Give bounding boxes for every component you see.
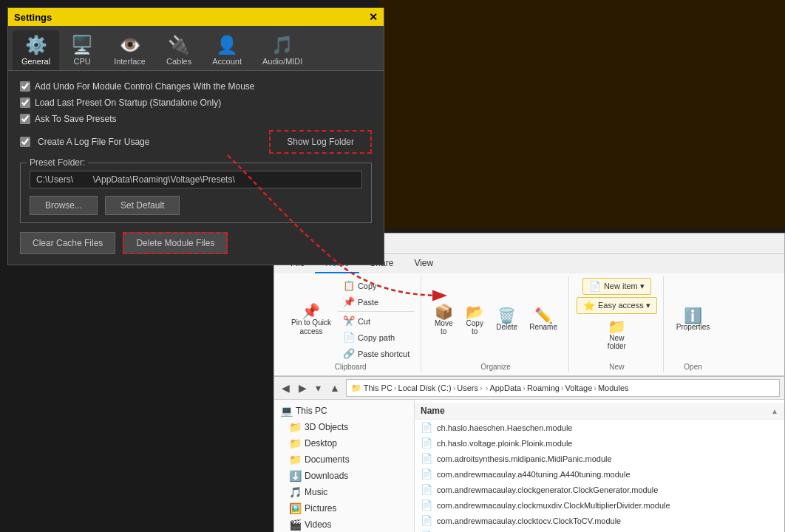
file-row[interactable]: 📄 ch.haslo.voltage.ploink.Ploink.module	[415, 435, 784, 451]
file-row[interactable]: 📄 com.andrewmacaulay.clocktocv.ClockToCV…	[415, 513, 784, 528]
tree-item-pictures[interactable]: 🖼️ Pictures	[274, 500, 414, 516]
thispc-icon: 💻	[280, 405, 293, 417]
file-row[interactable]: 📄 com.andrewmacaulay.configurator.Settin…	[415, 528, 784, 532]
paste-shortcut-button[interactable]: 🔗 Paste shortcut	[338, 346, 415, 361]
log-checkbox[interactable]	[20, 137, 30, 147]
easy-access-button[interactable]: ⭐ Easy access ▾	[577, 297, 657, 314]
properties-icon: ℹ️	[684, 308, 702, 323]
back-button[interactable]: ◀	[279, 381, 293, 395]
ribbon: File Home Share View 📌 Pin to Quickacces…	[274, 254, 784, 377]
settings-body: Add Undo For Module Control Changes With…	[8, 71, 384, 265]
ribbon-group-new: 📄 New item ▾ ⭐ Easy access ▾ 📁 Newfolder…	[571, 276, 664, 372]
pin-button[interactable]: 📌 Pin to Quickaccess	[286, 301, 336, 339]
cut-button[interactable]: ✂️ Cut	[338, 313, 415, 329]
tree-item-downloads[interactable]: ⬇️ Downloads	[274, 468, 414, 484]
copy-path-button[interactable]: 📄 Copy path	[338, 330, 415, 345]
file-row[interactable]: 📄 com.andrewmacaulay.clockmuxdiv.ClockMu…	[415, 497, 784, 513]
open-buttons: ℹ️ Properties	[671, 278, 716, 361]
up-button[interactable]: ▲	[327, 381, 343, 395]
new-item-button[interactable]: 📄 New item ▾	[582, 278, 651, 295]
tab-cpu[interactable]: 🖥️ CPU	[62, 30, 102, 70]
show-log-folder-button[interactable]: Show Log Folder	[278, 134, 363, 150]
organize-buttons: 📦 Moveto 📂 Copyto 🗑️ Delete ✏️ Rename	[429, 278, 563, 361]
new-buttons: 📄 New item ▾ ⭐ Easy access ▾ 📁 Newfolder	[577, 278, 657, 361]
dark-background	[378, 0, 785, 229]
new-folder-icon: 📁	[608, 319, 626, 334]
files-header: Name ▲	[415, 403, 784, 420]
file-icon: 📄	[421, 468, 432, 480]
settings-window: Settings ✕ ⚙️ General 🖥️ CPU 👁️ Interfac…	[7, 7, 384, 265]
address-path[interactable]: 📁 This PC › Local Disk (C:) › Users › › …	[346, 379, 780, 397]
tab-general[interactable]: ⚙️ General	[13, 30, 59, 70]
checkbox-save: Ask To Save Presets	[20, 114, 372, 124]
file-icon: 📄	[421, 437, 432, 449]
music-icon: 🎵	[289, 486, 302, 498]
paste-button[interactable]: 📌 Paste	[338, 294, 415, 310]
tree-item-documents[interactable]: 📁 Documents	[274, 451, 414, 468]
delete-button[interactable]: 🗑️ Delete	[491, 305, 523, 334]
files-panel: Name ▲ 📄 ch.haslo.haeschen.Haeschen.modu…	[415, 400, 784, 532]
undo-checkbox[interactable]	[20, 81, 30, 92]
clipboard-label: Clipboard	[335, 363, 367, 371]
bottom-buttons: Clear Cache Files Delete Module Files	[20, 232, 372, 254]
save-checkbox[interactable]	[20, 114, 30, 124]
tree-item-music[interactable]: 🎵 Music	[274, 484, 414, 500]
show-log-folder-box: Show Log Folder	[269, 130, 372, 154]
pictures-icon: 🖼️	[289, 502, 302, 514]
tree-item-videos[interactable]: 🎬 Videos	[274, 516, 414, 532]
preset-folder-group: Preset Folder: Browse... Set Default	[20, 163, 372, 223]
delete-module-button[interactable]: Delete Module Files	[123, 232, 228, 254]
close-icon[interactable]: ✕	[369, 11, 378, 23]
path-localdisk: Local Disk (C:)	[398, 383, 452, 392]
tree-item-desktop[interactable]: 📁 Desktop	[274, 435, 414, 451]
tab-interface[interactable]: 👁️ Interface	[105, 30, 154, 70]
checkbox-log-row: Create A Log File For Usage Show Log Fol…	[20, 130, 372, 154]
tree-item-thispc[interactable]: 💻 This PC	[274, 403, 414, 419]
preset-buttons: Browse... Set Default	[30, 196, 362, 215]
downloads-icon: ⬇️	[289, 470, 302, 482]
copy-to-icon: 📂	[466, 304, 484, 319]
preset-path-input[interactable]	[30, 171, 362, 188]
settings-title: Settings	[14, 12, 52, 23]
new-folder-button[interactable]: 📁 Newfolder	[602, 316, 631, 353]
path-thispc: 📁 This PC	[351, 383, 392, 393]
new-item-icon: 📄	[589, 281, 601, 292]
path-roaming: Roaming	[527, 383, 560, 392]
ribbon-tab-view[interactable]: View	[404, 254, 444, 273]
move-icon: 📦	[435, 304, 453, 319]
clear-cache-button[interactable]: Clear Cache Files	[20, 232, 115, 254]
copy-path-icon: 📄	[343, 332, 355, 343]
forward-button[interactable]: ▶	[296, 381, 310, 395]
file-row[interactable]: 📄 com.andrewmacaulay.clockgenerator.Cloc…	[415, 482, 784, 497]
easy-access-icon: ⭐	[583, 300, 595, 311]
settings-titlebar: Settings ✕	[8, 8, 384, 26]
file-row[interactable]: 📄 com.andrewmacaulay.a440tuning.A440tuni…	[415, 466, 784, 482]
paste-shortcut-icon: 🔗	[343, 348, 355, 359]
path-users: Users	[457, 383, 478, 392]
copy-icon: 📋	[343, 280, 355, 291]
sidebar-tree: 💻 This PC 📁 3D Objects 📁 Desktop 📁 Docum…	[274, 400, 415, 532]
set-default-button[interactable]: Set Default	[105, 196, 180, 215]
copy-paste-group: 📋 Copy 📌 Paste ✂️ Cut �	[338, 278, 415, 361]
path-modules: Modules	[598, 383, 629, 392]
tree-item-3dobjects[interactable]: 📁 3D Objects	[274, 419, 414, 435]
copy-to-button[interactable]: 📂 Copyto	[460, 301, 489, 338]
general-icon: ⚙️	[25, 35, 47, 55]
rename-button[interactable]: ✏️ Rename	[524, 305, 563, 334]
properties-button[interactable]: ℹ️ Properties	[671, 305, 716, 334]
clipboard-buttons: 📌 Pin to Quickaccess 📋 Copy 📌 Paste	[286, 278, 415, 361]
recent-button[interactable]: ▾	[313, 381, 324, 395]
file-row[interactable]: 📄 ch.haslo.haeschen.Haeschen.module	[415, 420, 784, 435]
paste-icon: 📌	[343, 296, 355, 307]
browse-button[interactable]: Browse...	[30, 196, 98, 215]
file-row[interactable]: 📄 com.adroitsynthesis.midipanic.MidiPani…	[415, 451, 784, 466]
preset-checkbox[interactable]	[20, 98, 30, 108]
path-appdata: AppData	[489, 383, 521, 392]
file-icon: 📄	[421, 484, 432, 495]
tab-account[interactable]: 👤 Account	[203, 30, 251, 70]
move-to-button[interactable]: 📦 Moveto	[429, 301, 458, 338]
tab-cables[interactable]: 🔌 Cables	[157, 30, 200, 70]
copy-button[interactable]: 📋 Copy	[338, 278, 415, 293]
delete-icon: 🗑️	[497, 308, 516, 323]
tab-audiomidi[interactable]: 🎵 Audio/MIDI	[254, 30, 311, 70]
